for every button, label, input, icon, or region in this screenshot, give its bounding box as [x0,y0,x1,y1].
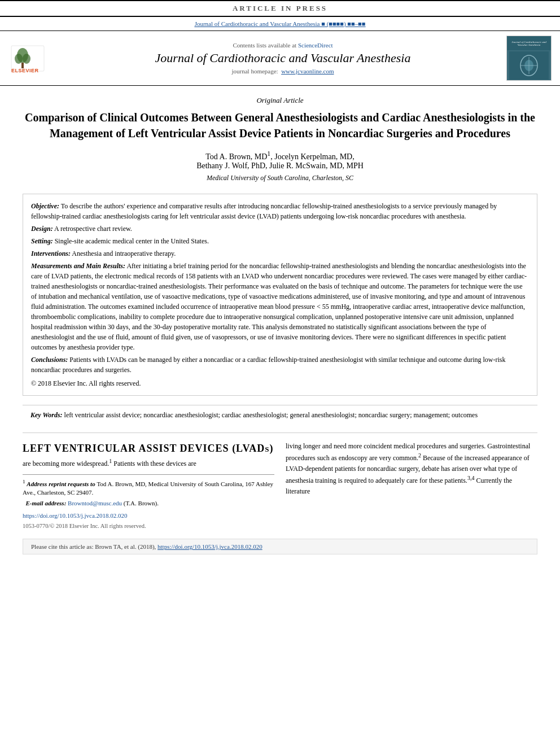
abstract-box: Objective: To describe the authors' expe… [23,194,537,396]
cover-svg [509,51,549,80]
sciencedirect-link[interactable]: ScienceDirect [298,42,333,49]
right-column: living longer and need more coincident m… [286,441,537,531]
cover-image [507,50,551,80]
abstract-measurements: Measurements and Main Results: After ini… [31,261,529,352]
journal-name-header: Journal of Cardiothoracic and Vascular A… [155,51,411,65]
authors: Tod A. Brown, MD1, Jocelyn Kerpelman, MD… [23,150,537,171]
abstract-setting: Setting: Single-site academic medical ce… [31,236,529,246]
authors-text: Tod A. Brown, MD1, Jocelyn Kerpelman, MD… [196,152,364,170]
footnote-superscript-1: 1 [23,479,25,484]
setting-label: Setting: [31,237,53,245]
homepage-link[interactable]: www.jcvaonline.com [281,68,334,75]
body-text-right: living longer and need more coincident m… [286,441,537,497]
journal-link-text: Journal of Cardiothoracic and Vascular A… [195,20,366,27]
svg-point-2 [15,54,23,64]
section-label-text: Original Article [256,96,303,104]
article-title-text: Comparison of Clinical Outcomes Between … [25,111,535,139]
elsevier-logo: ELSEVIER [8,43,59,74]
article-title: Comparison of Clinical Outcomes Between … [23,110,537,141]
affiliation: Medical University of South Carolina, Ch… [23,174,537,182]
issn-text: 1053-0770/© 2018 Elsevier Inc. All right… [23,523,146,529]
setting-text: Single-site academic medical center in t… [55,237,209,245]
main-content: Original Article Comparison of Clinical … [0,86,560,560]
superscript-1: 1 [109,458,112,464]
citation-text: Please cite this article as: Brown TA, e… [31,543,262,550]
affiliation-text: Medical University of South Carolina, Ch… [207,174,353,182]
cover-top-bar: Journal of Cardiothoracic and Vascular A… [507,36,551,50]
citation-doi-text: https://doi.org/10.1053/j.jvca.2018.02.0… [158,543,262,550]
cover-top-text: Journal of Cardiothoracic and Vascular A… [507,41,551,46]
article-in-press-banner: ARTICLE IN PRESS [0,0,560,17]
right-para-1: living longer and need more coincident m… [286,441,537,497]
footnote-1: 1 Address reprint requests to Tod A. Bro… [23,478,274,497]
interventions-text: Anesthesia and intraoperative therapy. [72,250,176,257]
elsevier-logo-area: ELSEVIER [6,36,62,81]
footnote-section: 1 Address reprint requests to Tod A. Bro… [23,474,274,531]
footnote-email-link[interactable]: Browntod@musc.edu [68,500,124,506]
doi-text: https://doi.org/10.1053/j.jvca.2018.02.0… [23,512,128,519]
keywords-text: left ventricular assist device; noncardi… [64,411,478,419]
abstract-conclusions: Conclusions: Patients with LVADs can be … [31,355,529,375]
section-label: Original Article [23,96,537,105]
keywords-section: Key Words: left ventricular assist devic… [23,405,537,425]
abstract-objective: Objective: To describe the authors' expe… [31,201,529,221]
footnote-email-line: E-mail address: Browntod@musc.edu (T.A. … [23,499,274,508]
keywords-label: Key Words: [30,411,63,419]
footnote-address-label: Address reprint requests to [27,480,97,487]
abstract-interventions: Interventions: Anesthesia and intraopera… [31,248,529,259]
homepage-label: journal homepage: [231,68,278,75]
journal-cover-area: Journal of Cardiothoracic and Vascular A… [504,36,554,81]
measurements-label: Measurements and Main Results: [31,262,125,270]
body-text-left: LEFT VENTRICULAR ASSIST DEVICES (LVADs) … [23,441,274,469]
journal-cover-image: Journal of Cardiothoracic and Vascular A… [506,36,552,81]
conclusions-text: Patients with LVADs can be managed by ei… [31,356,505,374]
measurements-text: After initiating a brief training period… [31,262,527,351]
journal-info-center: Contents lists available at ScienceDirec… [68,36,498,81]
journal-link-bar: Journal of Cardiothoracic and Vascular A… [0,20,560,27]
section-divider [23,433,537,433]
sciencedirect-label: Contents lists available at [233,42,296,49]
homepage-link-text: www.jcvaonline.com [281,68,334,75]
left-para-1: LEFT VENTRICULAR ASSIST DEVICES (LVADs) … [23,441,274,469]
copyright-text: © 2018 Elsevier Inc. All rights reserved… [31,379,141,387]
superscript-2: 2 [418,452,421,458]
design-text: A retrospective chart review. [54,225,132,233]
journal-homepage-line: journal homepage: www.jcvaonline.com [231,68,334,75]
objective-text: To describe the authors' experience and … [31,202,497,220]
sciencedirect-line: Contents lists available at ScienceDirec… [233,42,333,49]
footnote-email-note: (T.A. Brown). [124,500,159,506]
svg-point-3 [23,54,30,64]
objective-label: Objective: [31,202,59,210]
interventions-label: Interventions: [31,250,71,257]
conclusions-label: Conclusions: [31,356,68,364]
design-label: Design: [31,225,53,233]
sciencedirect-link-text: ScienceDirect [298,42,333,49]
journal-title-link[interactable]: Journal of Cardiothoracic and Vascular A… [195,20,366,27]
doi-section: https://doi.org/10.1053/j.jvca.2018.02.0… [23,511,274,521]
journal-name-text: Journal of Cardiothoracic and Vascular A… [155,51,411,65]
drop-cap: LEFT VENTRICULAR ASSIST DEVICES (LVADs) [23,443,273,454]
abstract-design: Design: A retrospective chart review. [31,224,529,234]
abstract-copyright: © 2018 Elsevier Inc. All rights reserved… [31,378,529,388]
citation-doi-link[interactable]: https://doi.org/10.1053/j.jvca.2018.02.0… [158,543,262,550]
doi-link[interactable]: https://doi.org/10.1053/j.jvca.2018.02.0… [23,512,128,519]
body-columns: LEFT VENTRICULAR ASSIST DEVICES (LVADs) … [23,441,537,531]
copyright-bottom: 1053-0770/© 2018 Elsevier Inc. All right… [23,522,274,531]
left-column: LEFT VENTRICULAR ASSIST DEVICES (LVADs) … [23,441,274,531]
footnote-email-text: Browntod@musc.edu [68,500,122,506]
citation-bar: Please cite this article as: Brown TA, e… [23,539,537,554]
banner-text: ARTICLE IN PRESS [233,4,327,12]
svg-text:ELSEVIER: ELSEVIER [11,68,39,73]
superscript-3-4: 3,4 [467,475,475,481]
journal-header: ELSEVIER Contents lists available at Sci… [0,30,560,86]
footnote-email-label: E-mail address: [23,500,68,506]
